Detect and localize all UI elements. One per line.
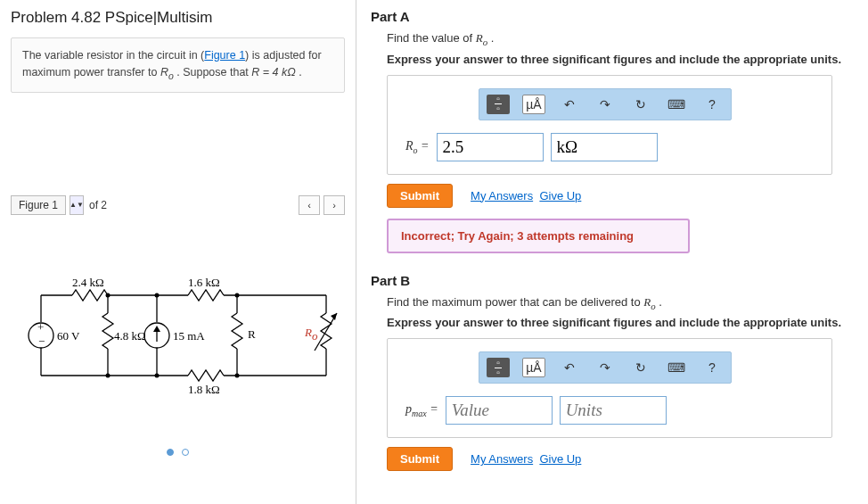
circuit-figure: .w{stroke:#000;stroke-width:1.3;fill:non…: [11, 260, 345, 429]
svg-text:4.8 kΩ: 4.8 kΩ: [114, 329, 146, 343]
svg-text:1.6 kΩ: 1.6 kΩ: [188, 276, 220, 289]
right-panel: Part A Find the value of Ro . Express yo…: [356, 0, 868, 504]
prompt-text-1: The variable resistor in the circuit in …: [22, 49, 204, 62]
part-b-format-instruction: Express your answer to three significant…: [387, 316, 854, 329]
pager-dot-1[interactable]: [167, 449, 174, 456]
part-b-give-up-link[interactable]: Give Up: [539, 452, 581, 466]
figure-toolbar: Figure 1 ▲▼ of 2 ‹ ›: [11, 195, 345, 215]
units-icon[interactable]: µÅ: [522, 358, 545, 377]
part-a: Part A Find the value of Ro . Express yo…: [371, 9, 854, 253]
undo-icon[interactable]: ↶: [558, 95, 581, 114]
part-a-instruction: Find the value of Ro .: [387, 31, 854, 47]
problem-prompt: The variable resistor in the circuit in …: [11, 37, 345, 93]
svg-point-37: [235, 373, 240, 377]
svg-point-32: [106, 293, 111, 297]
figure-stepper[interactable]: ▲▼: [70, 195, 84, 215]
part-b-var-label: pmax =: [405, 402, 438, 418]
help-icon[interactable]: ?: [700, 358, 724, 377]
figure-prev-button[interactable]: ‹: [299, 195, 320, 215]
units-icon[interactable]: µÅ: [522, 95, 545, 114]
svg-text:2.4 kΩ: 2.4 kΩ: [72, 276, 104, 289]
part-a-answer-box: ▫▫ µÅ ↶ ↷ ↻ ⌨ ? Ro =: [387, 75, 832, 175]
prompt-text-3: . Suppose that: [174, 66, 252, 78]
ro-symbol: Ro: [160, 66, 174, 78]
figure-of-text: of 2: [89, 199, 107, 211]
svg-text:R: R: [248, 327, 256, 341]
svg-text:15 mA: 15 mA: [173, 329, 205, 343]
part-a-header: Part A: [371, 9, 854, 24]
part-b-my-answers-link[interactable]: My Answers: [471, 452, 533, 466]
help-icon[interactable]: ?: [700, 95, 724, 114]
part-b-answer-row: pmax =: [405, 396, 817, 425]
part-b-answer-box: ▫▫ µÅ ↶ ↷ ↻ ⌨ ? pmax =: [387, 338, 832, 438]
svg-line-25: [315, 313, 337, 351]
part-b-submit-button[interactable]: Submit: [387, 447, 453, 471]
figure-label: Figure 1: [11, 195, 66, 215]
part-b-value-input[interactable]: [446, 396, 553, 425]
prompt-text-4: .: [296, 66, 302, 78]
part-a-submit-button[interactable]: Submit: [387, 184, 453, 208]
svg-point-33: [155, 293, 160, 297]
part-b-buttons: Submit My Answers Give Up: [387, 447, 854, 471]
part-a-answer-row: Ro =: [405, 133, 817, 161]
figure-link[interactable]: Figure 1: [204, 49, 245, 62]
part-a-my-answers-link[interactable]: My Answers: [471, 189, 533, 202]
svg-point-34: [235, 293, 240, 297]
svg-text:+: +: [37, 320, 44, 334]
part-a-buttons: Submit My Answers Give Up: [387, 184, 854, 208]
svg-text:1.8 kΩ: 1.8 kΩ: [188, 383, 220, 396]
part-a-toolbar: ▫▫ µÅ ↶ ↷ ↻ ⌨ ?: [479, 88, 732, 120]
keyboard-icon[interactable]: ⌨: [665, 95, 688, 114]
svg-text:R: R: [304, 326, 312, 339]
template-icon[interactable]: ▫▫: [487, 358, 510, 377]
part-b-header: Part B: [371, 273, 854, 288]
part-b-units-input[interactable]: [560, 396, 667, 425]
redo-icon[interactable]: ↷: [594, 95, 617, 114]
figure-next-button[interactable]: ›: [323, 195, 345, 215]
part-a-units-input[interactable]: [551, 133, 658, 161]
svg-text:−: −: [38, 335, 45, 348]
part-a-feedback: Incorrect; Try Again; 3 attempts remaini…: [387, 219, 690, 253]
pager-dot-2[interactable]: [182, 449, 189, 456]
part-b-instruction: Find the maximum power that can be deliv…: [387, 295, 854, 311]
reset-icon[interactable]: ↻: [629, 95, 652, 114]
part-a-format-instruction: Express your answer to three significant…: [387, 53, 854, 66]
part-b: Part B Find the maximum power that can b…: [371, 273, 854, 472]
part-a-var-label: Ro =: [405, 139, 430, 155]
template-icon[interactable]: ▫▫: [487, 95, 510, 114]
redo-icon[interactable]: ↷: [594, 358, 617, 377]
undo-icon[interactable]: ↶: [558, 358, 581, 377]
svg-point-36: [155, 373, 160, 377]
svg-text:60 V: 60 V: [57, 329, 80, 343]
part-a-give-up-link[interactable]: Give Up: [539, 189, 581, 202]
problem-title: Problem 4.82 PSpice|Multisim: [11, 9, 345, 27]
reset-icon[interactable]: ↻: [629, 358, 652, 377]
figure-pager: [11, 445, 345, 459]
part-a-value-input[interactable]: [437, 133, 544, 161]
svg-text:o: o: [312, 329, 318, 343]
svg-point-35: [106, 373, 111, 377]
keyboard-icon[interactable]: ⌨: [665, 358, 688, 377]
left-panel: Problem 4.82 PSpice|Multisim The variabl…: [0, 0, 356, 504]
part-b-toolbar: ▫▫ µÅ ↶ ↷ ↻ ⌨ ?: [479, 351, 732, 384]
r-equation: R = 4 kΩ: [251, 66, 295, 78]
